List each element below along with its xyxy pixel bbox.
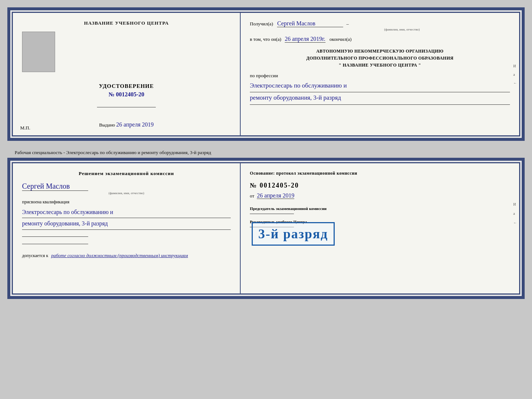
top-certificate-section: НАЗВАНИЕ УЧЕБНОГО ЦЕНТРА УДОСТОВЕРЕНИЕ №…	[7, 7, 525, 141]
issue-date: Выдано 26 апреля 2019	[99, 121, 154, 128]
from-date: от 26 апреля 2019	[250, 192, 510, 199]
protocol-number: № 0012405-20	[250, 182, 510, 189]
side-marks-right: И а ←	[513, 64, 517, 85]
top-cert-left: НАЗВАНИЕ УЧЕБНОГО ЦЕНТРА УДОСТОВЕРЕНИЕ №…	[13, 13, 241, 135]
bottom-cert-left: Решением экзаменационной комиссии Сергей…	[13, 163, 241, 293]
bottom-cert-right: Основание: протокол экзаменационной коми…	[241, 163, 519, 293]
bottom-certificate-section: Решением экзаменационной комиссии Сергей…	[7, 158, 525, 299]
sig-line-1	[22, 236, 88, 237]
signature-line-1	[97, 107, 156, 107]
sig-line-2	[22, 244, 88, 244]
po-professii: по профессии	[250, 73, 510, 79]
udostoverenie-label: УДОСТОВЕРЕНИЕ	[99, 83, 154, 89]
top-cert-right: Получил(а) Сергей Маслов – (фамилия, имя…	[241, 13, 519, 135]
stamp-text: 3-й разряд	[258, 226, 328, 242]
qual-line2: ремонту оборудования, 3-й разряд	[22, 218, 231, 229]
admit-line: допускается к работе согласно должностны…	[22, 253, 231, 259]
signature-lines-left	[22, 234, 231, 247]
chairman-label: Председатель экзаменационной комиссии	[250, 206, 510, 211]
decision-title: Решением экзаменационной комиссии	[22, 171, 231, 177]
training-center-title: НАЗВАНИЕ УЧЕБНОГО ЦЕНТРА	[84, 20, 169, 26]
bottom-certificate-outer: Решением экзаменационной комиссии Сергей…	[7, 158, 525, 299]
admit-text: работе согласно должностным (производств…	[51, 253, 188, 258]
certificate-number: № 0012405-20	[108, 91, 144, 98]
qual-line1: Электрослесарь по обслуживанию и	[22, 207, 231, 218]
stamp-box: 3-й разряд	[252, 222, 335, 246]
top-certificate-outer: НАЗВАНИЕ УЧЕБНОГО ЦЕНТРА УДОСТОВЕРЕНИЕ №…	[7, 7, 525, 141]
person-name: Сергей Маслов	[22, 182, 88, 191]
separator-text: Рабочая специальность - Электрослесарь п…	[7, 147, 525, 158]
ot-date: 26 апреля 2019	[257, 192, 294, 199]
right-side-marks: И а ←	[513, 202, 517, 225]
received-line: Получил(а) Сергей Маслов – (фамилия, имя…	[250, 20, 510, 31]
profession-line2: ремонту оборудования, 3-й разряд	[250, 92, 510, 105]
chairman-sig-line	[250, 214, 294, 214]
photo-area	[22, 32, 55, 72]
profession-line1: Электрослесарь по обслуживанию и	[250, 80, 510, 93]
prisvoena-label: присвоена квалификация	[22, 199, 231, 205]
bottom-certificate-inner: Решением экзаменационной комиссии Сергей…	[12, 162, 520, 295]
vtom-date: 26 апреля 2019г.	[285, 36, 326, 43]
mp-label: М.П.	[20, 125, 30, 131]
recipient-name: Сергей Маслов	[277, 20, 343, 27]
osnov-label: Основание: протокол экзаменационной коми…	[250, 171, 510, 176]
name-block: Сергей Маслов (фамилия, имя, отчество)	[22, 182, 231, 195]
certified-org-block: АВТОНОМНУЮ НЕКОММЕРЧЕСКУЮ ОРГАНИЗАЦИЮ ДО…	[250, 48, 510, 69]
vtom-line: в том, что он(а) 26 апреля 2019г. окончи…	[250, 36, 510, 42]
top-certificate-inner: НАЗВАНИЕ УЧЕБНОГО ЦЕНТРА УДОСТОВЕРЕНИЕ №…	[12, 12, 520, 136]
